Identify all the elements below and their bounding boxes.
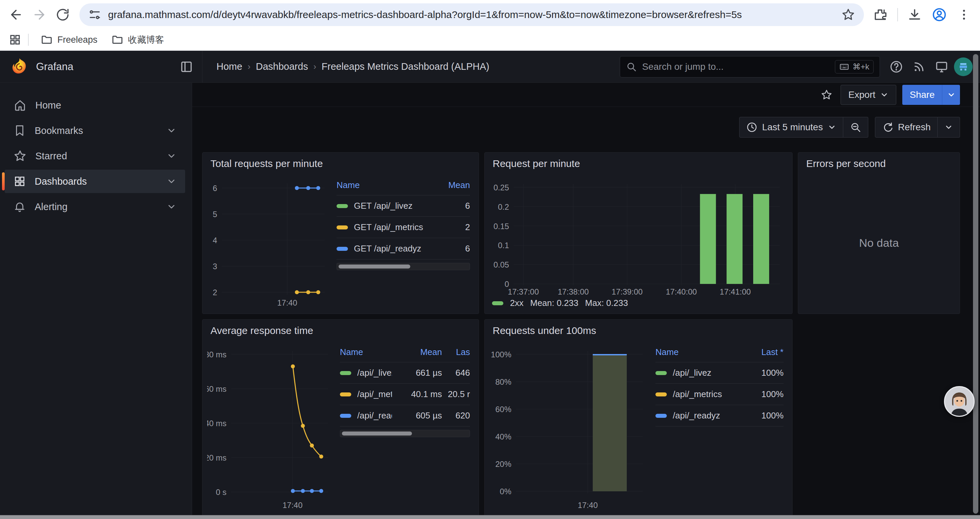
panel-errors-per-second[interactable]: Errors per second No data xyxy=(798,152,960,314)
series-name[interactable]: GET /api/_readyz xyxy=(354,243,437,254)
bookmark-folder-freeleaps[interactable]: Freeleaps xyxy=(35,32,103,48)
bookmark-label: Freeleaps xyxy=(57,35,97,45)
panel-total-requests[interactable]: Total requests per minute 6 5 4 3 2 xyxy=(202,152,479,314)
svg-text:60 ms: 60 ms xyxy=(207,385,226,393)
monitor-icon[interactable] xyxy=(931,56,952,77)
timeseries-chart[interactable]: 80 ms 60 ms 40 ms 20 ms 0 s 17:40 xyxy=(207,341,331,511)
export-button[interactable]: Export xyxy=(841,85,896,105)
legend-col-mean[interactable]: Mean xyxy=(437,180,470,190)
empty-grid-cell xyxy=(798,319,960,519)
series-color-chip xyxy=(337,204,348,208)
legend-row[interactable]: /api/_metrics 100% xyxy=(655,384,784,405)
apps-grid-icon[interactable] xyxy=(9,34,21,46)
panel-title: Requests under 100ms xyxy=(485,319,792,339)
panel-avg-response-time[interactable]: Average response time 80 ms 60 ms 40 ms … xyxy=(202,319,479,519)
legend-col-mean[interactable]: Mean xyxy=(392,347,442,357)
panel-request-per-minute[interactable]: Request per minute 0.25 0.2 0.15 0.1 0.0… xyxy=(484,152,792,314)
back-button[interactable] xyxy=(5,4,27,26)
sidebar-item-dashboards[interactable]: Dashboards xyxy=(5,170,185,193)
folder-icon xyxy=(111,34,123,46)
series-name[interactable]: GET /api/_livez xyxy=(354,201,437,211)
svg-text:100%: 100% xyxy=(491,350,511,359)
series-name[interactable]: GET /api/_metrics xyxy=(354,222,437,232)
chevron-down-icon xyxy=(880,91,889,99)
legend-row[interactable]: /api/_livez 100% xyxy=(655,363,784,384)
share-menu-button[interactable] xyxy=(942,85,960,105)
series-name[interactable]: /api/_metrics xyxy=(357,389,392,399)
news-rss-icon[interactable] xyxy=(908,56,929,77)
horizontal-scrollbar[interactable] xyxy=(0,515,980,519)
legend-scrollbar[interactable] xyxy=(337,263,470,270)
bar-chart[interactable]: 0.25 0.2 0.15 0.1 0.05 0 17:37:00 17: xyxy=(489,174,783,297)
series-name[interactable]: /api/_metrics xyxy=(673,389,733,399)
series-name[interactable]: /api/_readyz xyxy=(357,410,392,421)
svg-text:20 ms: 20 ms xyxy=(207,453,226,462)
series-name[interactable]: /api/_livez xyxy=(673,368,733,378)
series-name[interactable]: /api/_readyz xyxy=(673,410,733,421)
legend-row[interactable]: /api/_readyz 605 µs 620 xyxy=(340,405,470,426)
address-bar[interactable]: grafana.mathmast.com/d/deytv4rwavabkb/fr… xyxy=(80,3,864,26)
svg-text:2: 2 xyxy=(213,288,217,297)
legend-col-name[interactable]: Name xyxy=(655,347,733,357)
series-name[interactable]: 2xx xyxy=(510,298,523,308)
bar-chart[interactable]: 100% 80% 60% 40% 20% 0% 17:40 xyxy=(489,341,646,511)
site-settings-icon[interactable] xyxy=(88,8,102,21)
zoom-out-button[interactable] xyxy=(843,117,868,137)
legend-col-name[interactable]: Name xyxy=(337,180,437,190)
legend-row[interactable]: GET /api/_livez 6 xyxy=(337,195,470,217)
help-icon[interactable] xyxy=(886,56,907,77)
sidebar-item-alerting[interactable]: Alerting xyxy=(5,195,185,219)
legend-col-last[interactable]: Las xyxy=(442,347,470,357)
refresh-interval-button[interactable] xyxy=(938,117,960,137)
star-icon xyxy=(13,149,27,163)
bookmark-star-icon[interactable] xyxy=(841,8,855,22)
series-name[interactable]: /api/_livez xyxy=(357,368,392,378)
time-range-button[interactable]: Last 5 minutes xyxy=(739,117,843,137)
timeseries-chart[interactable]: 6 5 4 3 2 17:40 xyxy=(207,174,327,308)
sidebar-item-bookmarks[interactable]: Bookmarks xyxy=(5,119,185,142)
breadcrumb-dashboards[interactable]: Dashboards xyxy=(256,61,308,72)
vertical-scrollbar[interactable] xyxy=(973,54,978,514)
legend-scrollbar[interactable] xyxy=(340,430,470,437)
user-avatar[interactable] xyxy=(954,57,973,76)
legend-row[interactable]: /api/_livez 661 µs 646 xyxy=(340,363,470,384)
refresh-button[interactable]: Refresh xyxy=(875,117,938,137)
series-color-chip xyxy=(655,393,667,396)
breadcrumb-home[interactable]: Home xyxy=(216,61,242,72)
svg-text:0 s: 0 s xyxy=(216,488,226,497)
sidebar: Home Bookmarks Starred xyxy=(0,83,192,519)
dock-menu-icon[interactable] xyxy=(180,60,194,74)
legend-scrollbar-thumb[interactable] xyxy=(339,265,410,268)
chevron-down-icon[interactable] xyxy=(167,202,177,212)
legend-scrollbar-thumb[interactable] xyxy=(342,431,412,436)
folder-icon xyxy=(41,34,53,46)
legend-row[interactable]: GET /api/_readyz 6 xyxy=(337,238,470,260)
legend-col-last[interactable]: Last * xyxy=(733,347,784,357)
menu-kebab-icon[interactable] xyxy=(953,4,975,26)
bookmark-folder-blogs[interactable]: 收藏博客 xyxy=(106,32,169,48)
legend-row[interactable]: /api/_metrics 40.1 ms 20.5 r xyxy=(340,384,470,405)
panel-requests-under-100ms[interactable]: Requests under 100ms 100% 80% 60% 40% 20… xyxy=(484,319,792,519)
chevron-down-icon[interactable] xyxy=(167,176,177,186)
sidebar-item-home[interactable]: Home xyxy=(5,94,185,117)
search-input[interactable]: Search or jump to... ⌘+k xyxy=(620,56,880,77)
chevron-down-icon[interactable] xyxy=(167,126,177,136)
forward-button[interactable] xyxy=(29,4,50,26)
profile-icon[interactable] xyxy=(929,4,950,26)
url-text[interactable]: grafana.mathmast.com/d/deytv4rwavabkb/fr… xyxy=(108,9,836,21)
legend-col-name[interactable]: Name xyxy=(340,347,392,357)
chevron-down-icon xyxy=(944,123,953,132)
chevron-down-icon[interactable] xyxy=(167,151,177,161)
extensions-icon[interactable] xyxy=(870,4,891,26)
assistant-avatar[interactable] xyxy=(944,386,975,417)
legend-row[interactable]: /api/_readyz 100% xyxy=(655,405,784,426)
search-shortcut: ⌘+k xyxy=(853,62,869,72)
keyboard-icon xyxy=(839,62,849,72)
sidebar-item-starred[interactable]: Starred xyxy=(5,144,185,168)
grafana-logo-icon[interactable] xyxy=(10,57,29,76)
downloads-icon[interactable] xyxy=(904,4,925,26)
share-button[interactable]: Share xyxy=(902,85,942,105)
reload-button[interactable] xyxy=(52,4,73,26)
legend-row[interactable]: GET /api/_metrics 2 xyxy=(337,217,470,238)
favorite-star-icon[interactable] xyxy=(821,89,832,101)
